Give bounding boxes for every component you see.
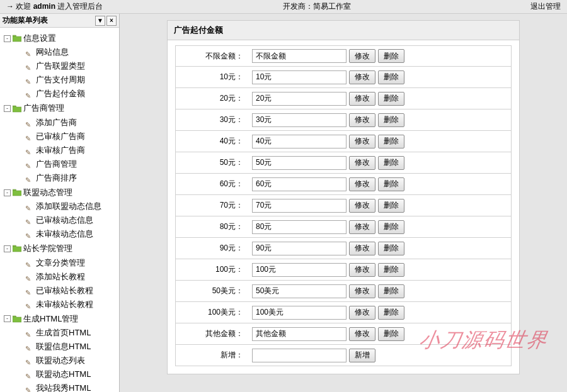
delete-button[interactable]: 删除	[378, 92, 404, 106]
edit-button[interactable]: 修改	[349, 135, 375, 148]
delete-button[interactable]: 删除	[378, 242, 404, 255]
value-input[interactable]	[252, 135, 346, 148]
tree-item[interactable]: ✎网站信息	[16, 45, 117, 59]
collapse-icon[interactable]: -	[4, 105, 11, 112]
tree-item[interactable]: ✎广告商排序	[16, 171, 117, 185]
edit-button[interactable]: 修改	[349, 177, 375, 191]
collapse-icon[interactable]: -	[4, 245, 11, 252]
row-label: 70元：	[176, 200, 248, 211]
edit-button[interactable]: 修改	[349, 263, 375, 277]
page-icon: ✎	[25, 343, 34, 350]
delete-button[interactable]: 删除	[378, 263, 404, 277]
collapse-icon[interactable]: -	[4, 35, 11, 42]
edit-button[interactable]: 修改	[349, 242, 375, 255]
edit-button[interactable]: 修改	[349, 113, 375, 127]
tree-item[interactable]: ✎添加广告商	[16, 116, 117, 130]
value-input[interactable]	[252, 177, 346, 191]
sidebar: 功能菜单列表 ▼ × -信息设置✎网站信息✎广告联盟类型✎广告支付周期✎广告起付…	[0, 14, 120, 392]
page-icon: ✎	[25, 62, 34, 70]
tree-folder[interactable]: -生成HTML管理	[3, 312, 117, 326]
delete-button[interactable]: 删除	[378, 284, 404, 298]
tree-item[interactable]: ✎联盟动态列表	[16, 354, 117, 367]
tree-item[interactable]: ✎未审核站长教程	[16, 298, 117, 311]
topbar: → 欢迎 admin 进入管理后台 开发商：简易工作室 退出管理	[0, 0, 567, 14]
tree-item-label: 我站我秀HTML	[36, 381, 91, 392]
value-input[interactable]	[252, 284, 346, 298]
tree-item[interactable]: ✎文章分类管理	[16, 256, 117, 270]
tree-item-label: 添加广告商	[36, 116, 77, 130]
tree-folder[interactable]: -联盟动态管理	[3, 186, 117, 199]
value-input[interactable]	[252, 220, 346, 234]
value-input[interactable]	[252, 113, 346, 127]
sidebar-dropdown-button[interactable]: ▼	[95, 16, 105, 26]
value-input[interactable]	[252, 263, 346, 277]
edit-button[interactable]: 修改	[349, 306, 375, 320]
edit-button[interactable]: 修改	[349, 156, 375, 170]
tree-item[interactable]: ✎未审核广告商	[16, 143, 117, 157]
value-input[interactable]	[252, 92, 346, 106]
tree-item-label: 广告商管理	[36, 157, 77, 171]
delete-button[interactable]: 删除	[378, 156, 404, 170]
tree-item-label: 未审核站长教程	[36, 298, 93, 311]
tree-item[interactable]: ✎已审核广告商	[16, 130, 117, 143]
logout-link[interactable]: 退出管理	[530, 1, 561, 12]
folder-icon	[13, 189, 21, 196]
tree-item-label: 联盟动态列表	[36, 354, 85, 367]
collapse-icon[interactable]: -	[4, 315, 11, 322]
edit-button[interactable]: 修改	[349, 284, 375, 298]
form-row: 100美元：修改删除	[175, 302, 512, 323]
tree-item[interactable]: ✎已审核站长教程	[16, 284, 117, 298]
value-input[interactable]	[252, 327, 346, 341]
delete-button[interactable]: 删除	[378, 327, 404, 341]
tree-item[interactable]: ✎生成首页HTML	[16, 326, 117, 340]
sidebar-close-button[interactable]: ×	[106, 16, 117, 26]
tree-item[interactable]: ✎添加站长教程	[16, 270, 117, 284]
tree-folder[interactable]: -信息设置	[3, 31, 117, 45]
row-label: 10元：	[176, 72, 248, 82]
delete-button[interactable]: 删除	[378, 135, 404, 148]
tree-item[interactable]: ✎联盟动态HTML	[16, 367, 117, 381]
collapse-icon[interactable]: -	[4, 189, 11, 196]
delete-button[interactable]: 删除	[378, 70, 404, 84]
delete-button[interactable]: 删除	[378, 49, 404, 63]
form-row: 80元：修改删除	[175, 216, 512, 238]
edit-button[interactable]: 修改	[349, 92, 375, 106]
edit-button[interactable]: 修改	[349, 327, 375, 341]
value-input[interactable]	[252, 156, 346, 170]
edit-button[interactable]: 修改	[349, 70, 375, 84]
tree-item[interactable]: ✎广告支付周期	[16, 73, 117, 87]
page-icon: ✎	[25, 160, 34, 168]
tree-item[interactable]: ✎广告联盟类型	[16, 59, 117, 73]
delete-button[interactable]: 删除	[378, 220, 404, 234]
tree-item[interactable]: ✎联盟信息HTML	[16, 340, 117, 354]
tree-item[interactable]: ✎广告起付金额	[16, 87, 117, 101]
tree-item[interactable]: ✎未审核动态信息	[16, 227, 117, 241]
developer-label: 开发商：简易工作室	[103, 1, 530, 12]
folder-icon	[13, 315, 21, 323]
edit-button[interactable]: 修改	[349, 199, 375, 213]
folder-icon	[13, 245, 21, 252]
tree-item[interactable]: ✎广告商管理	[16, 157, 117, 171]
value-input[interactable]	[252, 70, 346, 84]
delete-button[interactable]: 删除	[378, 199, 404, 213]
value-input[interactable]	[252, 242, 346, 255]
edit-button[interactable]: 修改	[349, 49, 375, 63]
add-button[interactable]: 新增	[349, 349, 375, 362]
delete-button[interactable]: 删除	[378, 177, 404, 191]
tree-item[interactable]: ✎已审核动态信息	[16, 213, 117, 227]
tree-folder[interactable]: -广告商管理	[3, 101, 117, 115]
row-label: 90元：	[176, 243, 248, 254]
delete-button[interactable]: 删除	[378, 306, 404, 320]
value-input[interactable]	[252, 306, 346, 320]
delete-button[interactable]: 删除	[378, 113, 404, 127]
value-input[interactable]	[252, 49, 346, 63]
tree-item[interactable]: ✎我站我秀HTML	[16, 381, 117, 392]
edit-button[interactable]: 修改	[349, 220, 375, 234]
page-icon: ✎	[25, 357, 34, 364]
tree-item-label: 未审核广告商	[36, 143, 85, 157]
tree-folder[interactable]: -站长学院管理	[3, 242, 117, 255]
tree-item[interactable]: ✎添加联盟动态信息	[16, 199, 117, 213]
sidebar-header: 功能菜单列表 ▼ ×	[0, 14, 119, 28]
add-input[interactable]	[252, 349, 346, 362]
value-input[interactable]	[252, 199, 346, 213]
